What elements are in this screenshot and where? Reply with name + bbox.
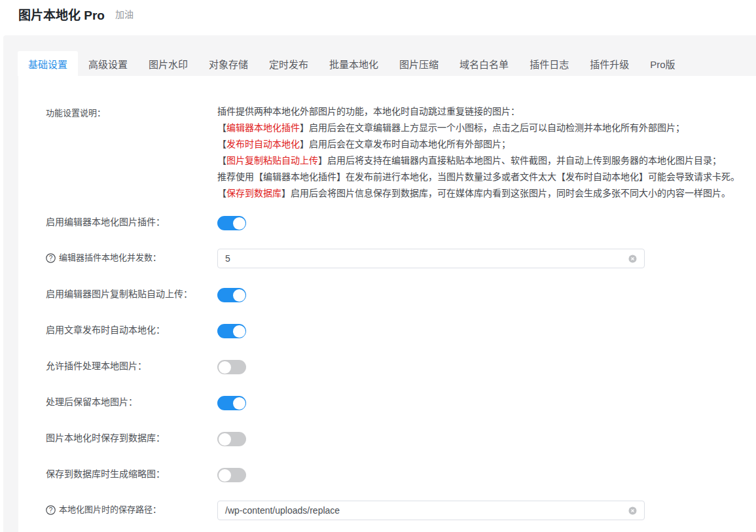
svg-text:?: ? [49, 506, 53, 514]
svg-text:?: ? [49, 255, 53, 262]
